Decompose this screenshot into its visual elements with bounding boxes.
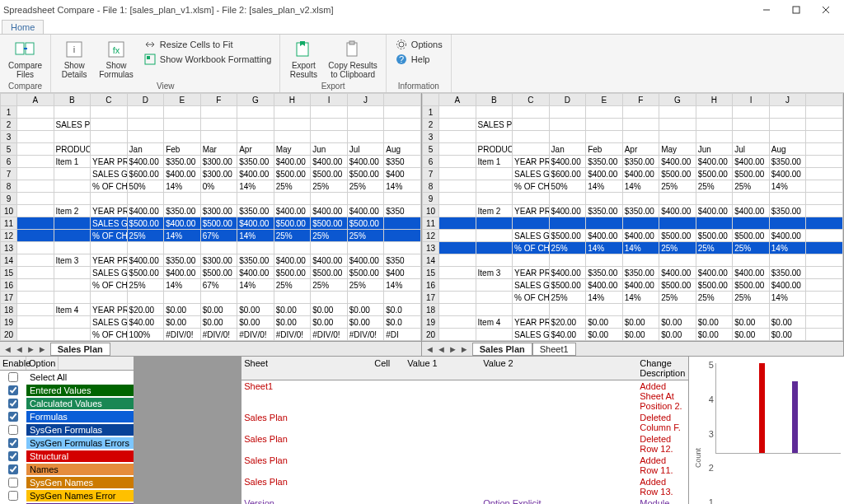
sheet-nav-icons[interactable]: ◄ ◄ ► ► (422, 344, 472, 354)
left-grid-wrap: ABCDEFGHIJ12SALES PLA35PRODUCTJanFebMarA… (0, 93, 422, 356)
left-sheet-tabs: ◄ ◄ ► ► Sales Plan (0, 341, 421, 356)
chart-bar (792, 381, 798, 453)
show-formulas-icon: fx (105, 38, 128, 61)
option-checkbox[interactable] (8, 451, 18, 461)
option-checkbox[interactable] (8, 372, 18, 382)
change-row[interactable]: Sales PlanDeleted Column F. (241, 412, 688, 433)
option-checkbox[interactable] (8, 478, 18, 488)
app-title: Spreadsheet Compare - File 1: [sales_pla… (3, 5, 333, 15)
grids-area: ABCDEFGHIJ12SALES PLA35PRODUCTJanFebMarA… (0, 93, 844, 357)
option-checkbox[interactable] (8, 425, 18, 435)
gear-icon (395, 38, 408, 51)
changes-cell-header: Cell (372, 357, 405, 380)
help-button[interactable]: ?Help (395, 53, 443, 66)
help-icon: ? (395, 53, 408, 66)
svg-text:i: i (73, 44, 75, 54)
option-row[interactable]: Entered Values (0, 384, 134, 397)
right-grid-wrap: ABCDEFGHIJ12SALES PLA35PRODUCTJanFebAprM… (422, 93, 844, 356)
option-row[interactable]: Calculated Values (0, 397, 134, 410)
changes-desc-header: Change Description (637, 357, 688, 380)
changes-pane: Sheet Cell Value 1 Value 2 Change Descri… (241, 357, 689, 504)
svg-rect-14 (349, 41, 354, 44)
copy-clipboard-button[interactable]: Copy Results to Clipboard (325, 36, 380, 81)
option-row[interactable]: Structural (0, 450, 134, 463)
option-checkbox[interactable] (8, 464, 18, 474)
sheet-tab-sales-plan[interactable]: Sales Plan (50, 343, 110, 356)
show-wb-formatting-button[interactable]: Show Workbook Formatting (143, 53, 272, 66)
minimize-button[interactable] (752, 0, 781, 20)
changes-sheet-header: Sheet (241, 357, 372, 380)
resize-icon (143, 38, 157, 51)
svg-rect-12 (297, 43, 308, 56)
tab-home[interactable]: Home (2, 20, 44, 34)
option-row[interactable]: Names (0, 463, 134, 476)
options-pane: EnableOption Select AllEntered ValuesCal… (0, 357, 134, 504)
export-icon (292, 38, 315, 61)
resize-cells-button[interactable]: Resize Cells to Fit (143, 38, 272, 51)
svg-text:?: ? (399, 54, 404, 64)
svg-point-15 (399, 42, 404, 47)
change-row[interactable]: VersionOption ExplicitModule Declaration… (241, 497, 688, 504)
change-row[interactable]: Sales PlanAdded Row 11. (241, 455, 688, 476)
sheet-nav-icons[interactable]: ◄ ◄ ► ► (0, 344, 50, 354)
svg-point-16 (396, 40, 406, 49)
option-checkbox[interactable] (8, 412, 18, 422)
option-checkbox[interactable] (8, 399, 18, 408)
options-option-header: Option (26, 357, 59, 370)
sheet-tab-sheet1[interactable]: Sheet1 (532, 343, 576, 356)
bottom-panes: EnableOption Select AllEntered ValuesCal… (0, 357, 844, 504)
options-enable-header: Enable (0, 357, 26, 370)
svg-text:fx: fx (113, 45, 120, 55)
option-row[interactable]: SysGen Formulas (0, 423, 134, 436)
ribbon-tabstrip: Home (0, 20, 844, 35)
change-row[interactable]: Sales PlanDeleted Row 12. (241, 433, 688, 455)
svg-rect-11 (147, 56, 150, 59)
ribbon: Compare Files Compare i Show Details fx … (0, 35, 844, 93)
option-row[interactable]: SysGen Names (0, 476, 134, 489)
changes-v2-header: Value 2 (481, 357, 637, 380)
option-checkbox[interactable] (8, 385, 18, 395)
compare-files-button[interactable]: Compare Files (5, 36, 45, 81)
sheet-tab-sales-plan[interactable]: Sales Plan (472, 343, 532, 356)
clipboard-icon (341, 38, 364, 61)
change-row[interactable]: Sheet1Added Sheet At Position 2. (241, 380, 688, 412)
options-splitter[interactable] (134, 357, 241, 504)
chart-y-label: Count (692, 360, 704, 504)
right-sheet-tabs: ◄ ◄ ► ► Sales Plan Sheet1 (422, 341, 843, 356)
show-formulas-button[interactable]: fx Show Formulas (96, 36, 137, 81)
option-row[interactable]: Formulas (0, 410, 134, 423)
option-row[interactable]: Select All (0, 371, 134, 384)
chart-bar (759, 363, 765, 453)
export-results-button[interactable]: Export Results (285, 36, 321, 81)
left-grid[interactable]: ABCDEFGHIJ12SALES PLA35PRODUCTJanFebMarA… (0, 93, 421, 341)
options-button[interactable]: Options (395, 38, 443, 51)
option-checkbox[interactable] (8, 491, 18, 501)
change-row[interactable]: Sales PlanAdded Row 13. (241, 476, 688, 497)
svg-rect-1 (793, 7, 799, 13)
formatting-icon (143, 53, 157, 66)
svg-rect-4 (16, 43, 24, 54)
close-button[interactable] (811, 0, 841, 20)
show-details-button[interactable]: i Show Details (56, 36, 92, 81)
option-row[interactable]: SysGen Formulas Errors (0, 436, 134, 450)
chart-pane: Count 012345 Entered ValuesCalculated Va… (689, 357, 844, 504)
right-grid[interactable]: ABCDEFGHIJ12SALES PLA35PRODUCTJanFebAprM… (422, 93, 843, 341)
option-row[interactable]: SysGen Names Error (0, 489, 134, 502)
option-checkbox[interactable] (8, 438, 18, 448)
show-details-icon: i (63, 38, 86, 61)
changes-v1-header: Value 1 (405, 357, 481, 380)
compare-files-icon (14, 38, 37, 61)
maximize-button[interactable] (781, 0, 811, 20)
chart-plot (715, 363, 841, 454)
title-bar: Spreadsheet Compare - File 1: [sales_pla… (0, 0, 844, 20)
